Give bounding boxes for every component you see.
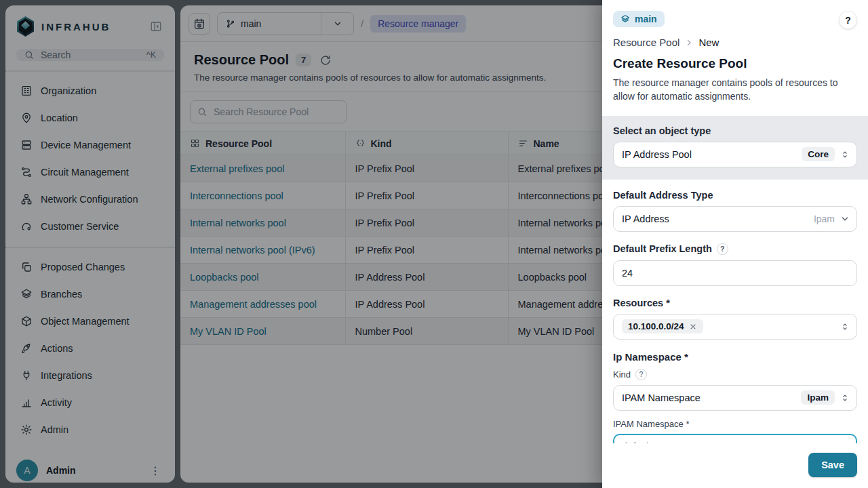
layers-icon	[620, 14, 630, 24]
resources-label: Resources *	[613, 298, 857, 308]
object-type-select[interactable]: IP Address Pool Core	[613, 142, 857, 167]
resources-multiselect[interactable]: 10.100.0.0/24	[613, 314, 857, 340]
default-address-type-label: Default Address Type	[613, 190, 857, 201]
ipam-namespace-select[interactable]: default	[613, 434, 857, 443]
panel-breadcrumb-current: New	[698, 37, 719, 48]
save-button[interactable]: Save	[808, 453, 857, 477]
object-type-section: Select an object type IP Address Pool Co…	[602, 116, 868, 180]
chevrons-up-down-icon	[840, 150, 850, 159]
chevron-down-icon	[840, 214, 850, 224]
chip-remove-icon[interactable]	[689, 323, 697, 331]
default-prefix-length-label: Default Prefix Length ?	[613, 243, 857, 255]
ipam-namespace-label: IPAM Namespace *	[613, 419, 857, 429]
default-prefix-length-input[interactable]	[613, 260, 857, 286]
help-button[interactable]: ?	[839, 11, 857, 29]
panel-branch-badge[interactable]: main	[613, 11, 665, 27]
kind-badge: Ipam	[801, 390, 835, 405]
panel-description: The resource manager contains pools of r…	[613, 76, 857, 104]
panel-branch-name: main	[635, 14, 657, 24]
resources-chips: 10.100.0.0/24	[622, 319, 835, 333]
kind-value: IPAM Namespace	[622, 392, 795, 403]
object-type-value: IP Address Pool	[622, 149, 796, 160]
kind-help-icon[interactable]: ?	[635, 369, 647, 380]
default-address-type-value: IP Address	[622, 214, 808, 224]
prefix-length-help-icon[interactable]: ?	[717, 243, 728, 255]
default-address-type-kind: Ipam	[814, 214, 835, 224]
panel-title: Create Resource Pool	[613, 56, 857, 71]
panel-footer: Save	[602, 443, 868, 488]
kind-label: Kind ?	[613, 369, 857, 380]
object-type-label: Select an object type	[613, 125, 857, 136]
ip-namespace-label: Ip Namespace *	[613, 351, 857, 363]
default-address-type-select[interactable]: IP Address Ipam	[613, 206, 857, 232]
resource-chip: 10.100.0.0/24	[622, 319, 703, 333]
chevrons-up-down-icon	[840, 322, 850, 331]
panel-breadcrumb-parent[interactable]: Resource Pool	[613, 37, 679, 48]
panel-breadcrumb: Resource Pool New	[613, 37, 857, 48]
chevrons-up-down-icon	[840, 393, 850, 403]
panel-form: Default Address Type IP Address Ipam Def…	[602, 180, 868, 443]
kind-select[interactable]: IPAM Namespace Ipam	[613, 385, 857, 411]
resource-chip-value: 10.100.0.0/24	[628, 321, 684, 331]
create-resource-pool-panel: main ? Resource Pool New Create Resource…	[602, 0, 868, 488]
object-type-badge: Core	[802, 147, 835, 161]
panel-header: main ? Resource Pool New Create Resource…	[602, 0, 868, 116]
chevron-right-icon	[685, 39, 693, 47]
